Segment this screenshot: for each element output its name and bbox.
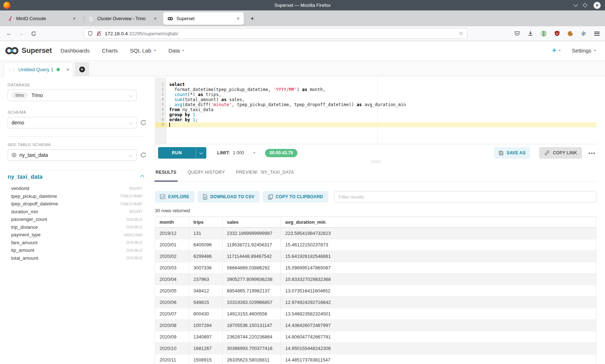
link-icon: [544, 150, 550, 156]
editor-line[interactable]: 8order by 1;: [155, 117, 596, 122]
column-header-month[interactable]: month: [155, 217, 189, 228]
editor-line[interactable]: 4 sum(total_amount) as sales,: [155, 97, 596, 102]
query-tab-close-icon[interactable]: ×: [66, 67, 69, 72]
more-options-button[interactable]: •••: [588, 150, 596, 156]
refresh-tables-icon[interactable]: [140, 152, 147, 158]
download-csv-button[interactable]: DOWNLOAD TO CSV: [198, 191, 260, 203]
privacy-badger-icon[interactable]: [541, 31, 547, 37]
line-number: 5: [155, 102, 166, 107]
schema-column[interactable]: tpep_dropoff_datetimeTIMESTAMP: [8, 200, 145, 208]
asterisk-extension-icon[interactable]: [581, 31, 587, 37]
save-as-button[interactable]: SAVE AS: [494, 147, 530, 159]
database-select[interactable]: trino Trino: [8, 90, 136, 101]
schema-column[interactable]: fare_amountDOUBLE: [8, 239, 145, 247]
nav-item-data[interactable]: Data: [169, 47, 185, 54]
column-header-sales[interactable]: sales: [223, 217, 281, 228]
bookmark-star-icon[interactable]: ☆: [459, 30, 463, 37]
tab-close-icon[interactable]: ×: [152, 16, 158, 21]
editor-line[interactable]: 7group by 1: [155, 112, 596, 117]
ublock-origin-icon[interactable]: [554, 31, 560, 37]
back-button[interactable]: ←: [3, 30, 15, 37]
url-text[interactable]: 172.18.0.4:32295/superset/sqllab/: [105, 31, 459, 36]
menu-hamburger-icon[interactable]: [594, 31, 600, 37]
refresh-schemas-icon[interactable]: [140, 119, 147, 126]
table-header-row: month trips sales avg_duration_min: [155, 217, 596, 228]
table-icon: [12, 153, 17, 158]
tab-results[interactable]: RESULTS: [156, 163, 176, 181]
editor-line[interactable]: 9: [155, 122, 596, 127]
reload-button[interactable]: [27, 31, 40, 36]
tab-preview[interactable]: PREVIEW: `NY_TAXI_DATA`: [236, 163, 296, 181]
limit-dropdown[interactable]: LIMIT: 1 000: [217, 150, 256, 155]
copy-clipboard-button[interactable]: COPY TO CLIPBOARD: [263, 191, 328, 203]
window-minimize-icon[interactable]: [573, 2, 578, 7]
schema-column[interactable]: tip_amountDOUBLE: [8, 246, 145, 254]
table-select[interactable]: ny_taxi_data: [8, 149, 136, 161]
column-name: tip_amount: [11, 247, 34, 253]
collapse-chevron-icon[interactable]: [140, 175, 144, 179]
column-header-trips[interactable]: trips: [189, 217, 223, 228]
query-tab-active[interactable]: ⋮⋮ Untitled Query 1 ×: [4, 62, 73, 76]
tab-close-icon[interactable]: ×: [71, 16, 77, 21]
editor-line[interactable]: 2 format_datetime(tpep_pickup_datetime, …: [155, 87, 596, 92]
table-cell: 2020/06: [155, 297, 189, 308]
nav-item-sql-lab[interactable]: SQL Lab: [130, 47, 156, 54]
filter-results-input[interactable]: [334, 191, 596, 203]
schema-column[interactable]: vendoridBIGINT: [8, 185, 145, 192]
schema-column[interactable]: trip_distanceDOUBLE: [8, 223, 145, 231]
results-table: month trips sales avg_duration_min 2019/…: [155, 217, 596, 364]
settings-menu[interactable]: Settings: [572, 47, 596, 54]
editor-line[interactable]: 3 count(*) as trips,: [155, 92, 596, 97]
table-cell: 15.641926182548861: [281, 251, 596, 262]
line-code: from ny_taxi_data: [166, 107, 596, 112]
limit-value: 1 000: [233, 150, 244, 155]
editor-line[interactable]: 5 avg(date_diff('minute', tpep_pickup_da…: [155, 102, 596, 107]
window-titlebar: Superset — Mozilla Firefox ×: [0, 0, 605, 10]
window-close-icon[interactable]: ×: [593, 2, 601, 9]
cookie-extension-icon[interactable]: [567, 31, 573, 37]
new-item-button[interactable]: +: [552, 46, 561, 55]
pocket-icon[interactable]: [514, 31, 520, 37]
browser-tab-title: Superset: [176, 16, 235, 21]
schema-column[interactable]: payment_typeVARCHAR: [8, 231, 145, 239]
run-options-button[interactable]: [196, 147, 206, 159]
table-cell: 3905277.8099936238: [223, 274, 281, 285]
nav-item-dashboards[interactable]: Dashboards: [60, 47, 90, 54]
column-name: tpep_pickup_datetime: [11, 194, 57, 199]
drag-handle-icon[interactable]: ⋮⋮: [7, 67, 16, 72]
browser-tab-superset[interactable]: Superset ×: [163, 12, 244, 25]
nav-item-charts[interactable]: Charts: [102, 47, 118, 54]
tab-query-history[interactable]: QUERY HISTORY: [188, 163, 225, 181]
browser-tab-minio[interactable]: MinIO Console ×: [3, 12, 80, 25]
window-maximize-icon[interactable]: [583, 3, 587, 8]
run-button[interactable]: RUN: [158, 147, 206, 159]
table-schema-title[interactable]: ny_taxi_data: [8, 174, 42, 180]
superset-logo[interactable]: Superset: [4, 46, 52, 56]
schema-column[interactable]: total_amountDOUBLE: [8, 254, 145, 262]
downloads-icon[interactable]: [527, 31, 533, 37]
explore-button[interactable]: EXPLORE: [155, 191, 194, 203]
sql-editor[interactable]: 1select2 format_datetime(tpep_pickup_dat…: [155, 78, 596, 144]
column-header-avg-duration[interactable]: avg_duration_min: [281, 217, 596, 228]
schema-column[interactable]: tpep_pickup_datetimeTIMESTAMP: [8, 192, 145, 200]
table-row: 2020/10168126730366993.70037741614.95015…: [155, 343, 596, 354]
column-type: DOUBLE: [126, 256, 145, 260]
elapsed-timer-badge: 00:00:43.75: [265, 149, 298, 157]
url-bar[interactable]: 172.18.0.4:32295/superset/sqllab/ ☆: [84, 28, 467, 39]
shield-icon[interactable]: [88, 31, 93, 36]
editor-line[interactable]: 6from ny_taxi_data: [155, 107, 596, 112]
browser-tab-trino[interactable]: Cluster Overview - Trino ×: [84, 12, 161, 25]
resize-handle[interactable]: [371, 161, 381, 163]
schema-column[interactable]: passenger_countDOUBLE: [8, 215, 145, 223]
editor-line[interactable]: 1select: [155, 82, 596, 87]
lock-insecure-icon[interactable]: [96, 31, 102, 36]
schema-select[interactable]: demo: [8, 117, 136, 128]
tab-close-icon[interactable]: ×: [235, 16, 241, 21]
schema-column[interactable]: duration_minBIGINT: [8, 208, 145, 216]
new-tab-button[interactable]: +: [250, 15, 254, 23]
chevron-down-icon: [200, 151, 203, 154]
copy-link-button[interactable]: COPY LINK: [539, 147, 582, 159]
run-button-label[interactable]: RUN: [158, 147, 196, 159]
divider: [8, 170, 145, 170]
add-query-tab[interactable]: +: [75, 62, 89, 76]
